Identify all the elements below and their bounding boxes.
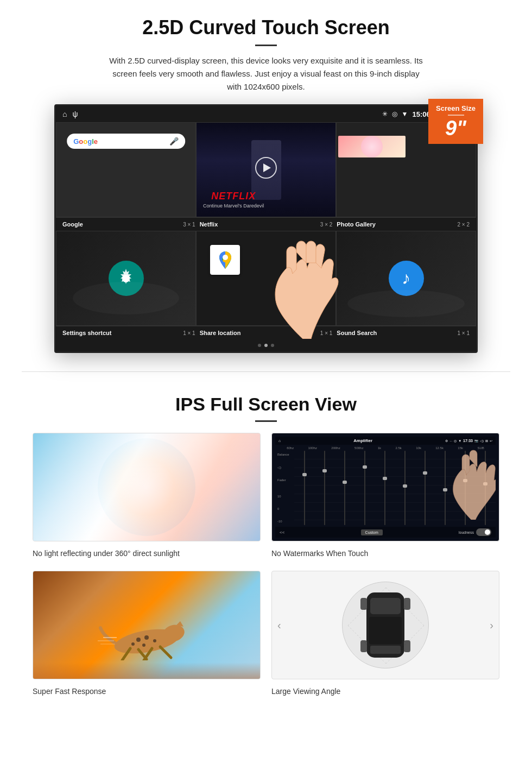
section1-description: With 2.5D curved-display screen, this de…: [109, 54, 423, 93]
screen-size-badge: Screen Size 9": [428, 99, 483, 144]
section2-divider: [255, 420, 277, 422]
badge-size: 9": [445, 117, 466, 140]
settings-app-cell[interactable]: [56, 231, 196, 326]
google-app-size: 3 × 1: [183, 222, 195, 228]
settings-app-size: 1 × 1: [183, 330, 195, 336]
app-grid-bottom: ♪: [56, 231, 476, 326]
section1-divider: [255, 45, 277, 46]
gallery-thumb-1: [338, 136, 406, 157]
home-icon[interactable]: ⌂: [62, 110, 67, 118]
netflix-logo: NETFLIX: [203, 191, 264, 202]
feature-car: ‹ › Large Viewing Angle: [271, 571, 499, 698]
svg-line-8: [160, 647, 171, 658]
feature-img-cheetah: [33, 571, 261, 679]
svg-point-13: [131, 642, 135, 646]
sound-search-cell[interactable]: ♪: [336, 231, 476, 326]
status-time: 15:06: [413, 110, 430, 118]
svg-line-26: [386, 588, 424, 626]
sound-label: Sound Search 1 × 1: [334, 330, 472, 336]
feature-grid: No light reflecting under 360° direct su…: [33, 433, 499, 698]
svg-point-11: [153, 639, 156, 642]
feature-cheetah: Super Fast Response: [33, 571, 261, 698]
app-grid-top: Google 🎤: [56, 122, 476, 217]
svg-line-28: [386, 626, 424, 664]
usb-icon: ψ: [72, 110, 78, 118]
android-frame: ⌂ ψ ✳ ◎ ▼ 15:06 ⊡ ◁) ⊠ □: [54, 104, 478, 353]
badge-label: Screen Size: [436, 104, 476, 112]
hand-pointing-illustration: [262, 219, 344, 339]
settings-app-name: Settings shortcut: [62, 330, 111, 336]
feature-label-cheetah: Super Fast Response: [33, 685, 261, 698]
sound-app-size: 1 × 1: [457, 330, 470, 336]
music-note-icon: ♪: [402, 268, 410, 288]
svg-point-9: [136, 638, 141, 642]
wifi-icon: ▼: [402, 110, 408, 118]
gallery-label: Photo Gallery 2 × 2: [334, 221, 472, 228]
svg-point-12: [142, 644, 145, 647]
svg-point-1: [223, 255, 228, 260]
section1-title: 2.5D Curved Touch Screen: [33, 16, 499, 39]
google-app-cell[interactable]: Google 🎤: [56, 122, 196, 217]
feature-label-sunlight: No light reflecting under 360° direct su…: [33, 547, 261, 560]
feature-img-amplifier: ⌂ Amplifier ⚙ ··· ◎ ▼ 17:33 📷 ◁) ⊠ ↩: [271, 433, 499, 541]
curved-touch-screen-section: 2.5D Curved Touch Screen With 2.5D curve…: [0, 0, 532, 366]
google-search-bar[interactable]: Google 🎤: [67, 134, 185, 149]
netflix-app-name: Netflix: [200, 221, 218, 228]
feature-label-car: Large Viewing Angle: [271, 685, 499, 698]
section-divider: [22, 371, 510, 372]
feature-sunlight: No light reflecting under 360° direct su…: [33, 433, 261, 560]
google-app-name: Google: [62, 221, 83, 228]
ips-full-screen-section: IPS Full Screen View No light reflecting…: [0, 377, 532, 709]
feature-img-car: ‹ ›: [271, 571, 499, 679]
netflix-overlay: NETFLIX Continue Marvel's Daredevil: [203, 191, 264, 209]
netflix-play-button[interactable]: [255, 157, 277, 179]
status-bar: ⌂ ψ ✳ ◎ ▼ 15:06 ⊡ ◁) ⊠ □: [56, 106, 476, 122]
gallery-app-size: 2 × 2: [457, 222, 470, 228]
dot-3: [271, 344, 274, 347]
share-location-cell[interactable]: [196, 231, 336, 326]
svg-line-27: [348, 626, 386, 664]
mic-icon[interactable]: 🎤: [169, 137, 179, 146]
status-bar-left: ⌂ ψ: [62, 110, 78, 118]
settings-label: Settings shortcut 1 × 1: [60, 330, 198, 336]
google-label: Google 3 × 1: [60, 221, 198, 228]
google-logo: Google: [73, 137, 98, 146]
bluetooth-icon: ✳: [382, 110, 388, 118]
netflix-subtitle: Continue Marvel's Daredevil: [203, 203, 264, 209]
dot-2: [264, 344, 268, 347]
location-icon: ◎: [392, 110, 397, 118]
feature-amplifier: ⌂ Amplifier ⚙ ··· ◎ ▼ 17:33 📷 ◁) ⊠ ↩: [271, 433, 499, 560]
netflix-app-cell[interactable]: NETFLIX Continue Marvel's Daredevil: [196, 122, 336, 217]
svg-point-10: [144, 635, 149, 640]
google-maps-icon: [210, 245, 240, 275]
dot-1: [258, 344, 261, 347]
feature-img-sunlight: [33, 433, 261, 541]
badge-divider: [448, 115, 464, 116]
feature-label-amplifier: No Watermarks When Touch: [271, 547, 499, 560]
share-app-name: Share location: [200, 330, 241, 336]
section2-title: IPS Full Screen View: [33, 394, 499, 415]
page-dot-indicator: [56, 339, 476, 351]
svg-line-25: [348, 588, 386, 626]
play-triangle-icon: [263, 163, 271, 172]
device-mockup: Screen Size 9" ⌂ ψ ✳ ◎ ▼ 15:06 ⊡ ◁) ⊠: [54, 104, 478, 353]
